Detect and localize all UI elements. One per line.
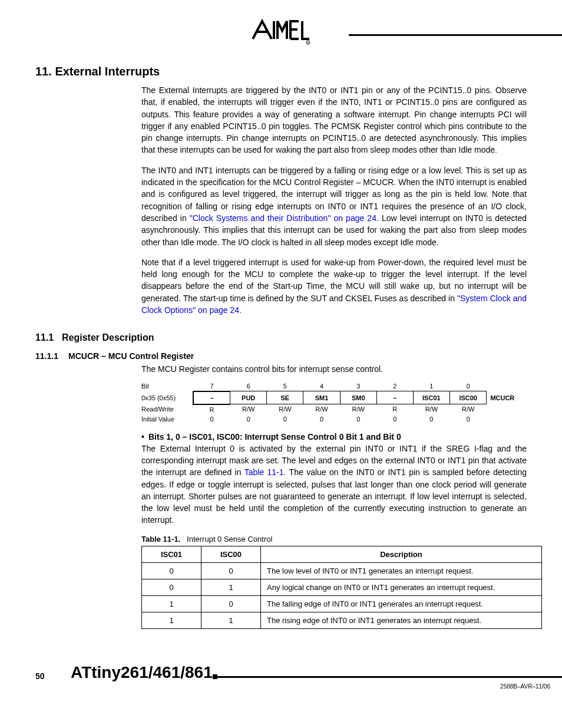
footer-rule [215, 676, 562, 678]
iv-1: 0 [413, 414, 449, 424]
rw-3: R/W [340, 404, 376, 414]
register-name-row: 0x35 (0x55) – PUD SE SM1 SM0 – ISC01 ISC… [141, 391, 527, 404]
bit-3: 3 [340, 381, 376, 391]
clock-systems-link[interactable]: "Clock Systems and their Distribution" o… [190, 213, 376, 223]
section-title: 11. External Interrupts [35, 65, 527, 78]
bit-4: 4 [303, 381, 340, 391]
atmel-logo: R [252, 18, 310, 45]
bits-heading-text: Bits 1, 0 – ISC01, ISC00: Interrupt Sens… [148, 432, 401, 442]
iv-6: 0 [230, 414, 267, 424]
cell-7: – [193, 391, 230, 404]
svg-text:R: R [308, 41, 309, 44]
iv-2: 0 [376, 414, 413, 424]
page-footer: 50 ATtiny261/461/861 2588B–AVR–11/06 [35, 658, 527, 694]
subsub-intro: The MCU Register contains control bits f… [141, 363, 527, 375]
bit-7: 7 [193, 381, 230, 391]
subsection-title: 11.1Register Description [35, 332, 527, 343]
header-logo-area: R [35, 18, 527, 47]
td: 1 [201, 579, 261, 595]
bit-label: Bit [141, 381, 193, 391]
bits-heading: •Bits 1, 0 – ISC01, ISC00: Interrupt Sen… [141, 432, 527, 442]
td: The low level of INT0 or INT1 generates … [261, 562, 542, 579]
bit-5: 5 [267, 381, 303, 391]
register-side-name: MCUCR [487, 391, 527, 404]
rw-2: R [376, 404, 413, 414]
td: 0 [201, 562, 261, 579]
th-desc: Description [261, 546, 542, 562]
cell-6: PUD [230, 391, 267, 404]
product-name: ATtiny261/461/861 [71, 663, 213, 682]
iv-7: 0 [193, 414, 230, 424]
iv-5: 0 [267, 414, 303, 424]
addr-label: 0x35 (0x55) [141, 391, 193, 404]
register-rw-row: Read/Write R R/W R/W R/W R/W R R/W R/W [141, 404, 527, 414]
bit-0: 0 [450, 381, 487, 391]
table-11-1-link[interactable]: Table 11-1 [244, 467, 284, 477]
rw-0: R/W [450, 404, 487, 414]
table-row: 0 1 Any logical change on INT0 or INT1 g… [142, 579, 542, 595]
rw-5: R/W [267, 404, 303, 414]
td: Any logical change on INT0 or INT1 gener… [261, 579, 542, 595]
subsection-number: 11.1 [35, 332, 62, 343]
paragraph-2: The INT0 and INT1 interrupts can be trig… [141, 164, 527, 248]
subsub-number: 11.1.1 [35, 351, 68, 361]
table-label: Table 11-1. [141, 535, 180, 543]
register-iv-row: Initial Value 0 0 0 0 0 0 0 0 [141, 414, 527, 424]
register-bit-row: Bit 7 6 5 4 3 2 1 0 [141, 381, 527, 391]
rw-label: Read/Write [141, 404, 193, 414]
subsub-heading: MCUCR – MCU Control Register [68, 351, 194, 361]
iv-label: Initial Value [141, 414, 193, 424]
rw-6: R/W [230, 404, 267, 414]
td: The falling edge of INT0 or INT1 generat… [261, 595, 542, 612]
td: 1 [142, 595, 201, 612]
bit-6: 6 [230, 381, 267, 391]
th-isc01: ISC01 [142, 546, 201, 562]
subsubsection-title: 11.1.1MCUCR – MCU Control Register [35, 351, 527, 361]
cell-1: ISC01 [413, 391, 449, 404]
td: 1 [142, 612, 201, 628]
table-row: 1 0 The falling edge of INT0 or INT1 gen… [142, 595, 542, 612]
section-number: 11. [35, 65, 52, 78]
table-row: ISC01 ISC00 Description [142, 546, 542, 562]
register-table: Bit 7 6 5 4 3 2 1 0 0x35 (0x55) – PUD SE… [141, 381, 527, 424]
para3-text-b: . [239, 305, 242, 315]
iv-3: 0 [340, 414, 376, 424]
bits-paragraph: The External Interrupt 0 is activated by… [141, 443, 527, 526]
page: R 11. External Interrupts The External I… [0, 0, 562, 706]
td: 1 [201, 612, 261, 628]
iv-0: 0 [450, 414, 487, 424]
page-number: 50 [35, 671, 45, 681]
section-heading: External Interrupts [55, 65, 160, 78]
bullet-icon: • [141, 432, 148, 442]
table-row: 1 1 The rising edge of INT0 or INT1 gene… [142, 612, 542, 628]
cell-5: SE [267, 391, 303, 404]
cell-3: SM0 [340, 391, 376, 404]
th-isc00: ISC00 [201, 546, 261, 562]
td: The rising edge of INT0 or INT1 generate… [261, 612, 542, 628]
paragraph-3: Note that if a level triggered interrupt… [141, 256, 527, 316]
td: 0 [201, 595, 261, 612]
table-row: 0 0 The low level of INT0 or INT1 genera… [142, 562, 542, 579]
header-rule [349, 34, 562, 36]
td: 0 [142, 579, 201, 595]
cell-4: SM1 [303, 391, 340, 404]
svg-rect-0 [273, 21, 275, 39]
cell-0: ISC00 [450, 391, 487, 404]
paragraph-1: The External Interrupts are triggered by… [141, 84, 527, 156]
bit-2: 2 [376, 381, 413, 391]
td: 0 [142, 562, 201, 579]
doc-id: 2588B–AVR–11/06 [500, 683, 550, 690]
subsection-heading: Register Description [62, 332, 154, 342]
table-11-1: ISC01 ISC00 Description 0 0 The low leve… [141, 546, 542, 629]
iv-4: 0 [303, 414, 340, 424]
rw-1: R/W [413, 404, 449, 414]
cell-2: – [376, 391, 413, 404]
table-caption: Table 11-1. Interrupt 0 Sense Control [141, 535, 527, 543]
table-title: Interrupt 0 Sense Control [187, 535, 272, 543]
bit-1: 1 [413, 381, 449, 391]
rw-7: R [193, 404, 230, 414]
rw-4: R/W [303, 404, 340, 414]
